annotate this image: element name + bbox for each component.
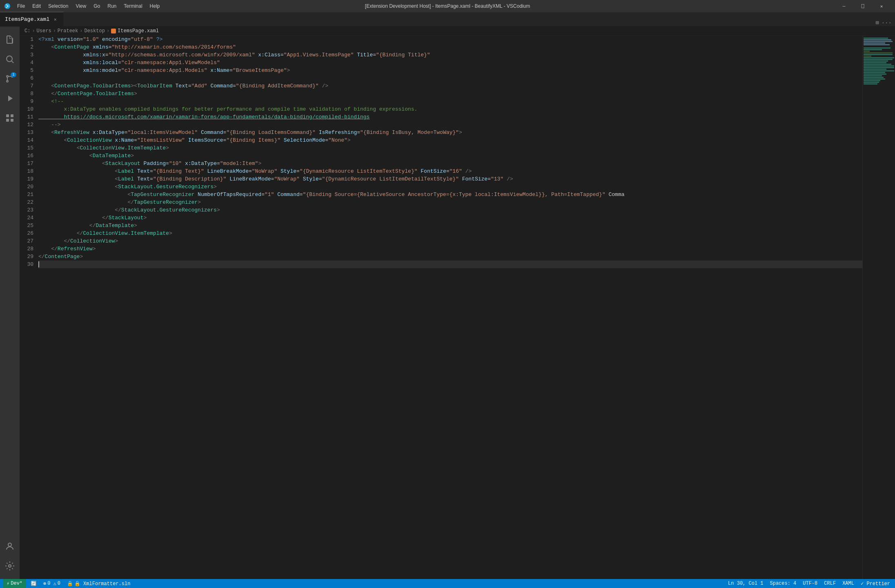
tab-itemspage-xaml[interactable]: ItemsPage.xaml ✕ [0, 12, 64, 26]
breadcrumb-prateek[interactable]: Prateek [58, 28, 78, 34]
svg-point-12 [8, 543, 11, 546]
close-button[interactable]: ✕ [872, 0, 891, 12]
code-line-12[interactable]: --> [38, 121, 862, 129]
status-errors-warnings[interactable]: ⊗ 0 ⚠ 0 [42, 579, 62, 588]
code-line-16[interactable]: <DataTemplate> [38, 152, 862, 160]
line-number-5: 5 [23, 67, 33, 74]
code-line-1[interactable]: <?xml version="1.0" encoding="utf-8" ?> [38, 36, 862, 43]
svg-rect-14 [111, 29, 116, 33]
activity-search[interactable] [0, 49, 20, 69]
code-line-10[interactable]: x:DataType enables compiled bindings for… [38, 105, 862, 113]
menu-run[interactable]: Run [104, 2, 120, 10]
breadcrumb-sep-3: › [80, 28, 82, 34]
status-spaces[interactable]: Spaces: 4 [768, 579, 798, 588]
menu-terminal[interactable]: Terminal [120, 2, 145, 10]
line-number-6: 6 [23, 74, 33, 82]
svg-rect-8 [6, 114, 9, 117]
line-number-28: 28 [23, 245, 33, 253]
menu-view[interactable]: View [72, 2, 89, 10]
line-ending-label: CRLF [824, 581, 836, 586]
code-line-22[interactable]: </TapGestureRecognizer> [38, 198, 862, 206]
menu-selection[interactable]: Selection [45, 2, 71, 10]
code-content[interactable]: <?xml version="1.0" encoding="utf-8" ?> … [37, 36, 862, 579]
tab-actions: ⊞ ··· [872, 19, 895, 26]
breadcrumb-current: ItemsPage.xaml [111, 28, 159, 34]
menu-go[interactable]: Go [90, 2, 103, 10]
line-number-8: 8 [23, 90, 33, 98]
language-label: XAML [842, 581, 854, 586]
code-line-13[interactable]: <RefreshView x:DataType="local:ItemsView… [38, 129, 862, 136]
code-line-6[interactable] [38, 74, 862, 82]
code-line-19[interactable]: <Label Text="{Binding Description}" Line… [38, 175, 862, 183]
menu-file[interactable]: File [14, 2, 28, 10]
activity-settings[interactable] [0, 556, 20, 576]
minimize-button[interactable]: — [835, 0, 853, 12]
spaces-label: Spaces: 4 [770, 581, 797, 586]
status-position[interactable]: Ln 30, Col 1 [726, 579, 765, 588]
line-number-9: 9 [23, 98, 33, 105]
code-line-24[interactable]: </StackLayout> [38, 214, 862, 222]
line-number-20: 20 [23, 183, 33, 191]
menu-help[interactable]: Help [147, 2, 163, 10]
line-number-10: 10 [23, 105, 33, 113]
tab-label: ItemsPage.xaml [5, 16, 49, 22]
status-encoding[interactable]: UTF-8 [801, 579, 819, 588]
status-line-ending[interactable]: CRLF [822, 579, 837, 588]
activity-source-control[interactable]: 1 [0, 69, 20, 89]
activity-run-debug[interactable] [0, 89, 20, 108]
code-line-7[interactable]: <ContentPage.ToolbarItems><ToolbarItem T… [38, 82, 862, 90]
code-line-20[interactable]: <StackLayout.GestureRecognizers> [38, 183, 862, 191]
line-number-1: 1 [23, 36, 33, 43]
line-number-23: 23 [23, 206, 33, 214]
maximize-button[interactable]: ⎕ [853, 0, 872, 12]
line-number-3: 3 [23, 51, 33, 59]
status-sync[interactable]: 🔄 [29, 579, 38, 588]
line-number-13: 13 [23, 129, 33, 136]
status-prettier[interactable]: ✓ Prettier [859, 579, 892, 588]
breadcrumb-c[interactable]: C: [24, 28, 30, 34]
code-line-17[interactable]: <StackLayout Padding="10" x:DataType="mo… [38, 160, 862, 167]
line-number-29: 29 [23, 253, 33, 261]
line-number-17: 17 [23, 160, 33, 167]
status-language[interactable]: XAML [841, 579, 856, 588]
code-line-4[interactable]: xmlns:local="clr-namespace:App1.ViewMode… [38, 59, 862, 67]
source-control-badge: 1 [11, 72, 16, 77]
code-line-11[interactable]: https://docs.microsoft.com/xamarin/xamar… [38, 113, 862, 121]
status-formatter[interactable]: 🔒 🔒 XmlFormatter.sln [65, 579, 132, 588]
more-actions-icon[interactable]: ··· [882, 20, 892, 26]
code-line-30[interactable] [38, 261, 862, 268]
line-number-18: 18 [23, 167, 33, 175]
breadcrumb-desktop[interactable]: Desktop [84, 28, 105, 34]
breadcrumb-users[interactable]: Users [37, 28, 51, 34]
line-numbers: 1234567891011121314151617181920212223242… [20, 36, 37, 579]
code-line-23[interactable]: </StackLayout.GestureRecognizers> [38, 206, 862, 214]
code-line-3[interactable]: xmlns:x="http://schemas.microsoft.com/wi… [38, 51, 862, 59]
tab-area-empty [64, 12, 872, 26]
code-editor[interactable]: 1234567891011121314151617181920212223242… [20, 36, 895, 579]
files-icon [5, 35, 15, 45]
code-line-8[interactable]: </ContentPage.ToolbarItems> [38, 90, 862, 98]
code-line-15[interactable]: <CollectionView.ItemTemplate> [38, 144, 862, 152]
code-line-14[interactable]: <CollectionView x:Name="ItemsListView" I… [38, 136, 862, 144]
code-line-2[interactable]: <ContentPage xmlns="http://xamarin.com/s… [38, 43, 862, 51]
tab-close-button[interactable]: ✕ [52, 16, 58, 22]
code-line-27[interactable]: </CollectionView> [38, 237, 862, 245]
code-line-26[interactable]: </CollectionView.ItemTemplate> [38, 229, 862, 237]
code-line-5[interactable]: xmlns:model="clr-namespace:App1.Models" … [38, 67, 862, 74]
breadcrumb: C: › Users › Prateek › Desktop › ItemsPa… [20, 27, 895, 36]
code-line-28[interactable]: </RefreshView> [38, 245, 862, 253]
code-line-21[interactable]: <TapGestureRecognizer NumberOfTapsRequir… [38, 191, 862, 198]
menu-edit[interactable]: Edit [29, 2, 44, 10]
activity-extensions[interactable] [0, 108, 20, 128]
code-line-9[interactable]: <!-- [38, 98, 862, 105]
activity-explorer[interactable] [0, 30, 20, 49]
error-count: 0 [47, 581, 50, 586]
code-line-25[interactable]: </DataTemplate> [38, 222, 862, 229]
code-line-29[interactable]: </ContentPage> [38, 253, 862, 261]
title-bar-left: File Edit Selection View Go Run Terminal… [4, 2, 163, 10]
split-editor-icon[interactable]: ⊞ [875, 19, 879, 26]
window-controls: — ⎕ ✕ [835, 0, 891, 12]
code-line-18[interactable]: <Label Text="{Binding Text}" LineBreakMo… [38, 167, 862, 175]
activity-account[interactable] [0, 537, 20, 556]
status-dev[interactable]: ⚡ Dev* [3, 579, 26, 588]
